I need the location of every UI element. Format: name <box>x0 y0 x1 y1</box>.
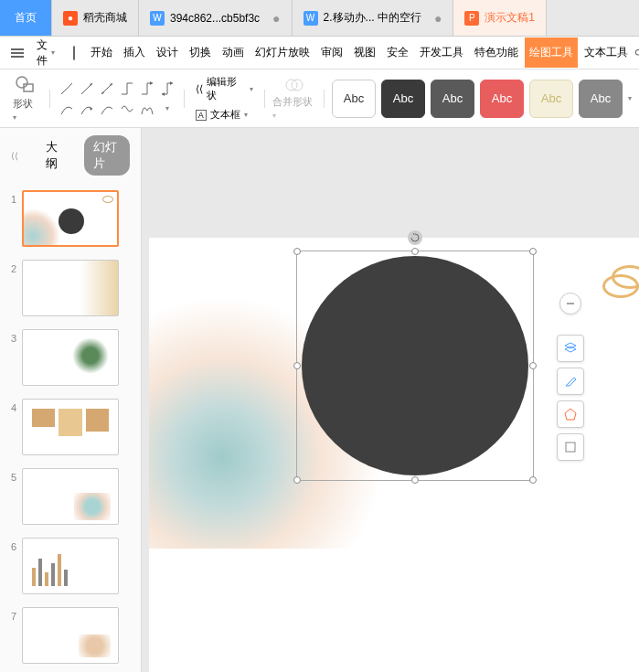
line-curve-arrow[interactable] <box>78 100 96 118</box>
tab-home[interactable]: 首页 <box>0 0 52 36</box>
resize-handle-tl[interactable] <box>293 248 301 255</box>
preset-white[interactable]: Abc <box>332 80 376 118</box>
menu-design[interactable]: 设计 <box>152 45 183 60</box>
thumbnail-item[interactable]: 1 <box>7 190 133 247</box>
tab-doc3[interactable]: P 演示文稿1 <box>453 0 547 36</box>
resize-handle-mr[interactable] <box>529 362 537 369</box>
selected-shape[interactable] <box>302 256 528 475</box>
text-box-label: 文本框 <box>210 108 240 122</box>
canvas-area[interactable] <box>142 128 639 672</box>
resize-handle-br[interactable] <box>529 476 537 484</box>
slide-number: 7 <box>7 607 16 622</box>
preset-more[interactable]: ▾ <box>628 94 632 102</box>
file-menu-label: 文件 <box>37 37 48 69</box>
shape-tool[interactable]: 形状▾ <box>7 75 42 122</box>
resize-handle-tc[interactable] <box>411 248 419 255</box>
line-straight[interactable] <box>58 80 76 98</box>
file-menu[interactable]: 文件 ▾ <box>29 37 62 69</box>
preset-dark[interactable]: Abc <box>381 80 425 118</box>
search-button[interactable]: 查找 <box>634 37 639 69</box>
thumbnail-item[interactable]: 2 <box>7 260 133 316</box>
close-icon[interactable]: ● <box>434 11 442 26</box>
word-icon: W <box>304 11 318 26</box>
resize-handle-bc[interactable] <box>411 476 419 484</box>
layer-button[interactable] <box>557 335 584 362</box>
line-elbow[interactable] <box>118 80 136 98</box>
preset-gray[interactable]: Abc <box>431 80 474 118</box>
square-icon <box>563 440 578 454</box>
menu-review[interactable]: 审阅 <box>316 45 347 60</box>
zoom-out-button[interactable] <box>559 293 581 315</box>
menu-start[interactable]: 开始 <box>86 45 117 60</box>
slide-thumbnail-5[interactable] <box>22 468 119 525</box>
slide-thumbnail-6[interactable] <box>22 538 119 594</box>
style-presets: Abc Abc Abc Abc Abc Abc ▾ <box>332 80 632 118</box>
menu-view[interactable]: 视图 <box>349 45 380 60</box>
edit-shape-icon: ⟨⟨ <box>196 83 203 95</box>
tab-doc1-label: 394c862...cb5bf3c <box>170 12 260 25</box>
preset-cream[interactable]: Abc <box>529 80 573 118</box>
menu-devtools[interactable]: 开发工具 <box>415 45 468 60</box>
thumbnail-item[interactable]: 3 <box>7 329 133 386</box>
rotate-handle[interactable] <box>408 230 422 245</box>
menu-features[interactable]: 特色功能 <box>470 45 523 60</box>
line-curve[interactable] <box>58 100 76 118</box>
format-button[interactable] <box>557 368 584 395</box>
divider <box>324 90 325 108</box>
shape-icon <box>15 75 35 95</box>
thumbnail-item[interactable]: 7 <box>7 607 133 664</box>
textbox-icon: A <box>196 110 207 121</box>
menu-security[interactable]: 安全 <box>382 45 413 60</box>
slide-thumbnail-3[interactable] <box>22 329 119 386</box>
crop-button[interactable] <box>557 433 584 461</box>
text-box-button[interactable]: A 文本框 ▾ <box>192 106 258 123</box>
merge-icon <box>284 77 304 93</box>
tab-doc1[interactable]: W 394c862...cb5bf3c ● <box>139 0 293 36</box>
line-scribble[interactable] <box>138 100 156 118</box>
edit-shape-button[interactable]: ⟨⟨ 编辑形状 ▾ <box>192 73 258 104</box>
shape-label: 形状▾ <box>13 97 37 122</box>
menu-transition[interactable]: 切换 <box>185 45 216 60</box>
slide-thumbnail-4[interactable] <box>22 399 119 455</box>
tab-doc2[interactable]: W 2.移动办... 中的空行 ● <box>293 0 454 36</box>
tab-store[interactable]: ● 稻壳商城 <box>52 0 139 36</box>
tab-slides[interactable]: 幻灯片 <box>84 135 130 176</box>
slide-thumbnail-1[interactable] <box>22 190 119 247</box>
line-elbow-arrow[interactable] <box>138 80 156 98</box>
collapse-icon[interactable]: ⟨⟨ <box>11 151 18 161</box>
svg-marker-10 <box>150 81 153 85</box>
menu-texttools[interactable]: 文本工具 <box>580 45 633 60</box>
svg-line-4 <box>61 83 72 94</box>
pen-icon <box>563 374 578 389</box>
tab-outline[interactable]: 大纲 <box>37 135 73 176</box>
tab-home-label: 首页 <box>15 10 37 26</box>
slide-thumbnail-7[interactable] <box>22 607 119 664</box>
chevron-down-icon: ▾ <box>51 48 55 57</box>
line-curve-double[interactable] <box>98 100 116 118</box>
close-icon[interactable]: ● <box>272 11 280 26</box>
save-icon[interactable] <box>73 46 75 60</box>
thumbnail-item[interactable]: 6 <box>7 538 133 594</box>
menu-insert[interactable]: 插入 <box>119 45 150 60</box>
resize-handle-tr[interactable] <box>529 248 537 255</box>
line-more[interactable]: ▾ <box>158 100 176 118</box>
line-elbow-double[interactable] <box>158 80 176 98</box>
menu-drawtools[interactable]: 绘图工具 <box>525 37 578 68</box>
hamburger-icon[interactable] <box>7 45 27 61</box>
menu-slideshow[interactable]: 幻灯片放映 <box>250 45 314 60</box>
resize-handle-bl[interactable] <box>293 476 301 484</box>
fire-icon: ● <box>63 11 78 26</box>
preset-darkgray[interactable]: Abc <box>579 80 623 118</box>
preset-red[interactable]: Abc <box>480 80 524 118</box>
line-arrow[interactable] <box>78 80 96 98</box>
resize-handle-ml[interactable] <box>293 362 301 369</box>
thumbnail-item[interactable]: 4 <box>7 399 133 455</box>
menu-animation[interactable]: 动画 <box>218 45 249 60</box>
minus-icon <box>565 298 576 309</box>
slide-thumbnail-2[interactable] <box>22 260 119 316</box>
svg-rect-21 <box>566 443 575 452</box>
thumbnail-item[interactable]: 5 <box>7 468 133 525</box>
line-freeform[interactable] <box>118 100 136 118</box>
shape-outline-button[interactable] <box>557 400 584 428</box>
line-double-arrow[interactable] <box>98 80 116 98</box>
